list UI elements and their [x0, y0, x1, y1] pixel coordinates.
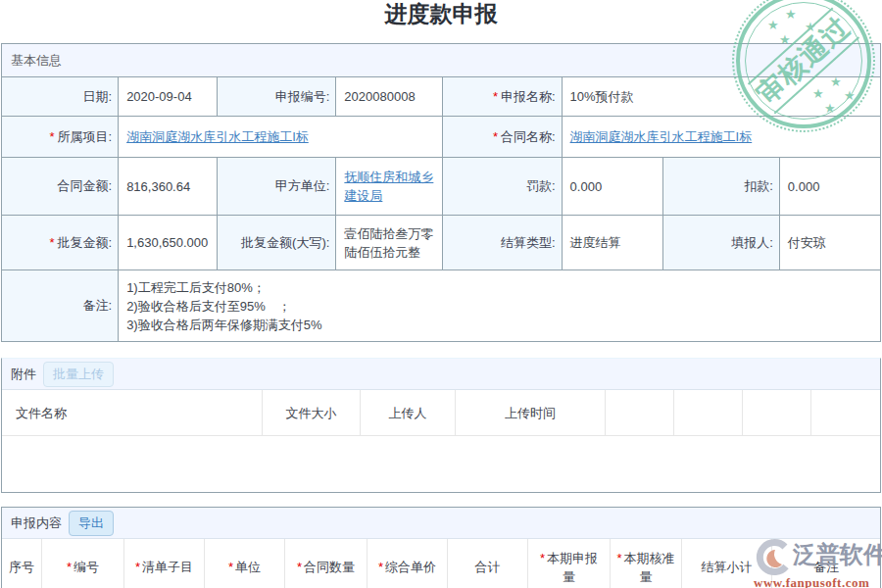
required-asterisk: *: [49, 129, 54, 144]
declaration-column-list-item: *清单子目: [124, 539, 205, 588]
field-value-approved-amount: 1,630,650.000: [119, 216, 218, 270]
attachments-column-uploader: 上传人: [361, 390, 456, 435]
required-asterisk: *: [228, 560, 233, 574]
field-label-contract-amount: 合同金额:: [2, 158, 119, 216]
field-label-preparer: 填报人:: [662, 216, 779, 270]
field-label-penalty: 罚款:: [443, 158, 562, 216]
field-value-contract-name: 湖南洞庭湖水库引水工程施工I标: [562, 117, 880, 158]
declaration-column-headers: 序号*编号*清单子目*单位*合同数量*综合单价合计*本期申报量*本期核准量结算小…: [2, 539, 880, 588]
field-label-project: *所属项目:: [2, 117, 119, 158]
declaration-column-unit: *单位: [205, 539, 285, 588]
declaration-section: 申报内容 导出 序号*编号*清单子目*单位*合同数量*综合单价合计*本期申报量*…: [1, 507, 881, 588]
attachments-column-headers: 文件名称文件大小上传人上传时间: [2, 390, 880, 436]
field-value-contract-amount: 816,360.64: [119, 158, 218, 216]
attachments-column-empty-4: [811, 390, 880, 435]
link-party-a[interactable]: 抚顺住房和城乡建设局: [344, 170, 433, 203]
declaration-section-title: 申报内容: [11, 514, 62, 532]
field-label-approved-amount-caps: 批复金额(大写):: [218, 216, 336, 270]
field-value-settlement-type: 进度结算: [562, 216, 662, 270]
attachments-header-bar: 附件 批量上传: [2, 359, 880, 390]
basic-info-table: 基本信息 日期:2020-09-04申报编号:2020080008*申报名称:1…: [1, 43, 881, 342]
declaration-column-total: 合计: [448, 539, 528, 588]
required-asterisk: *: [493, 129, 498, 144]
attachments-column-file-size: 文件大小: [263, 390, 361, 435]
field-label-date: 日期:: [2, 77, 119, 117]
declaration-column-settlement-subtotal: 结算小计: [682, 539, 772, 588]
declaration-column-contract-qty: *合同数量: [285, 539, 368, 588]
required-asterisk: *: [378, 560, 383, 574]
field-value-deduction: 0.000: [779, 158, 880, 216]
link-project[interactable]: 湖南洞庭湖水库引水工程施工I标: [126, 129, 309, 144]
attachments-column-empty-3: [743, 390, 811, 435]
field-label-contract-name: *合同名称:: [443, 117, 562, 158]
field-value-project: 湖南洞庭湖水库引水工程施工I标: [119, 117, 443, 158]
attachments-column-upload-time: 上传时间: [456, 390, 606, 435]
page-title: 进度款申报: [0, 1, 882, 27]
field-label-settlement-type: 结算类型:: [443, 216, 562, 270]
field-value-report-no: 2020080008: [336, 77, 443, 117]
field-value-date: 2020-09-04: [119, 77, 218, 117]
link-contract-name[interactable]: 湖南洞庭湖水库引水工程施工I标: [570, 129, 753, 144]
field-value-report-name: 10%预付款: [562, 77, 880, 117]
field-value-approved-amount-caps: 壹佰陆拾叁万零陆佰伍拾元整: [336, 216, 443, 270]
required-asterisk: *: [67, 560, 72, 574]
attachments-column-file-name: 文件名称: [2, 390, 263, 435]
basic-info-tbody: 基本信息 日期:2020-09-04申报编号:2020080008*申报名称:1…: [2, 44, 881, 342]
field-label-report-name: *申报名称:: [443, 77, 562, 117]
field-label-party-a: 甲方单位:: [218, 158, 336, 216]
attachments-section-title: 附件: [11, 366, 36, 383]
required-asterisk: *: [493, 89, 498, 104]
field-label-deduction: 扣款:: [662, 158, 779, 216]
basic-info-section-title: 基本信息: [2, 44, 881, 77]
field-label-approved-amount: *批复金额:: [2, 216, 119, 270]
declaration-column-seq: 序号: [2, 539, 42, 588]
required-asterisk: *: [49, 235, 54, 250]
field-value-party-a: 抚顺住房和城乡建设局: [336, 158, 443, 216]
required-asterisk: *: [135, 560, 140, 574]
field-value-preparer: 付安琼: [779, 216, 880, 270]
attachments-column-empty-2: [674, 390, 743, 435]
declaration-column-current-declared-qty: *本期申报量: [528, 539, 611, 588]
field-value-penalty: 0.000: [562, 158, 662, 216]
batch-upload-button[interactable]: 批量上传: [43, 362, 114, 387]
attachments-column-empty-1: [606, 390, 674, 435]
field-label-report-no: 申报编号:: [218, 77, 336, 117]
declaration-column-remark: 备注: [772, 539, 880, 588]
declaration-column-current-approved-qty: *本期核准量: [611, 539, 682, 588]
field-label-remark: 备注:: [2, 270, 119, 342]
required-asterisk: *: [540, 551, 545, 565]
declaration-header-bar: 申报内容 导出: [2, 508, 880, 539]
required-asterisk: *: [616, 551, 621, 565]
export-button[interactable]: 导出: [69, 511, 114, 536]
field-value-remark: 1)工程完工后支付80%；2)验收合格后支付至95% ；3)验收合格后两年保修期…: [119, 270, 881, 342]
required-asterisk: *: [297, 560, 302, 574]
declaration-column-unit-price: *综合单价: [368, 539, 448, 588]
attachments-section: 附件 批量上传 文件名称文件大小上传人上传时间: [1, 358, 881, 493]
declaration-column-code: *编号: [42, 539, 124, 588]
